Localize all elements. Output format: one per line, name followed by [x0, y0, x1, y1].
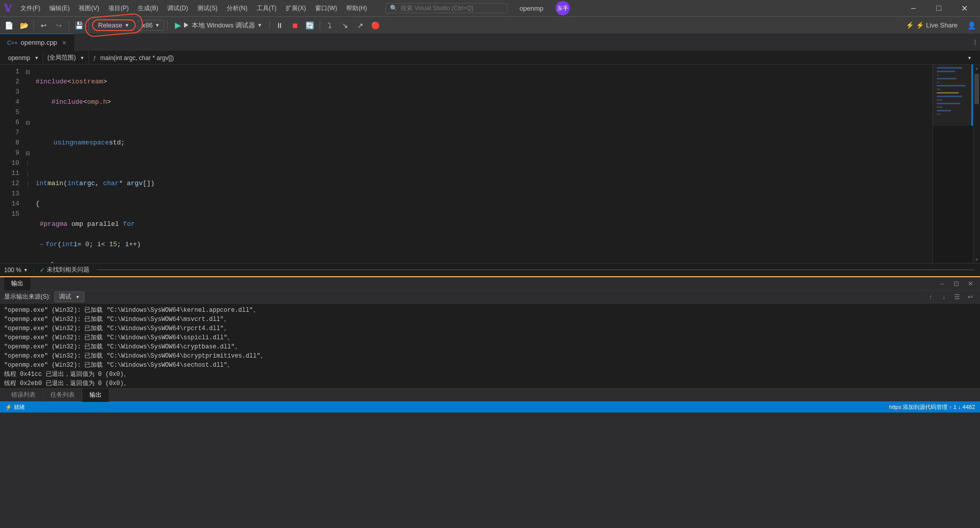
save-button[interactable]: 💾 — [72, 19, 85, 32]
editor-area: 1 2 3 4 5 6 7 8 9 10 11 12 13 14 15 ⊟ ⊟ … — [0, 65, 980, 263]
release-chevron-icon: ▼ — [125, 22, 130, 28]
account-icon[interactable]: 👤 — [965, 19, 978, 32]
scroll-thumb[interactable] — [974, 74, 979, 104]
menu-edit[interactable]: 编辑(E) — [45, 2, 74, 15]
tab-output[interactable]: 输出 — [82, 389, 109, 402]
step-into-button[interactable]: ↘ — [339, 19, 352, 32]
menu-window[interactable]: 窗口(W) — [311, 2, 341, 15]
output-wrap-button[interactable]: ↩ — [965, 291, 976, 303]
run-button[interactable]: ▶ ▶ 本地 Windows 调试器 ▼ — [171, 19, 266, 31]
status-ok-badge: ✓ 未找到相关问题 — [40, 266, 89, 274]
output-line: "openmp.exe" (Win32): 已加载 "C:\Windows\Sy… — [4, 342, 976, 351]
release-label: Release — [98, 21, 122, 29]
output-source-dropdown[interactable]: 调试 ▼ — [54, 291, 84, 302]
stop-button[interactable]: ⏹ — [288, 19, 301, 32]
window-controls: – □ ✕ — [902, 0, 976, 16]
breakpoint-button[interactable]: 🔴 — [369, 19, 382, 32]
panel-float-button[interactable]: ⊡ — [951, 278, 962, 289]
output-line: "openmp.exe" (Win32): 已加载 "C:\Windows\Sy… — [4, 351, 976, 361]
tab-bar: C++ openmp.cpp × ⟨ — [0, 34, 980, 51]
function-icon: ƒ — [93, 55, 96, 61]
minimize-button[interactable]: – — [902, 0, 925, 16]
output-clear-button[interactable]: ☰ — [952, 291, 963, 303]
separator-4 — [167, 20, 168, 31]
output-line: "openmp.exe" (Win32): 已加载 "C:\Windows\Sy… — [4, 333, 976, 342]
menu-analyze[interactable]: 分析(N) — [223, 2, 252, 15]
tab-close-icon[interactable]: × — [62, 39, 66, 47]
toolbar: 📄 📂 ↩ ↪ 💾 Release ▼ x86 ▼ ▶ ▶ 本地 Windows… — [0, 16, 980, 34]
menu-bar: 文件(F) 编辑(E) 视图(V) 项目(P) 生成(B) 调试(D) 测试(S… — [16, 2, 371, 15]
step-over-button[interactable]: ⤵ — [323, 19, 336, 32]
menu-view[interactable]: 视图(V) — [75, 2, 103, 15]
project-nav-chevron-icon: ▼ — [34, 55, 39, 61]
release-dropdown[interactable]: Release ▼ — [92, 19, 136, 31]
code-line-7: { — [36, 199, 928, 209]
output-tab[interactable]: 输出 — [4, 277, 31, 290]
pause-button[interactable]: ⏸ — [273, 19, 286, 32]
editor-scrollbar[interactable]: ▲ ▼ — [973, 65, 980, 263]
tab-tasks[interactable]: 任务列表 — [43, 389, 82, 402]
menu-tools[interactable]: 工具(T) — [253, 2, 281, 15]
redo-button[interactable]: ↪ — [52, 19, 66, 32]
panel-minimize-button[interactable]: – — [936, 278, 947, 289]
scroll-down-button[interactable]: ▼ — [975, 256, 979, 263]
code-line-10: { — [36, 260, 928, 263]
code-navbar: openmp ▼ (全局范围) ▼ ƒ main(int argc, char … — [0, 51, 980, 65]
project-dropdown[interactable]: openmp ▼ — [4, 51, 43, 65]
output-line: "openmp.exe" (Win32): 已加载 "C:\Windows\Sy… — [4, 324, 976, 333]
live-share-button[interactable]: ⚡ ⚡ Live Share — [901, 19, 963, 31]
tab-label: openmp.cpp — [21, 39, 57, 46]
separator — [97, 270, 974, 270]
menu-file[interactable]: 文件(F) — [16, 2, 44, 15]
function-dropdown[interactable]: ƒ main(int argc, char * argv[]) ▼ — [89, 51, 976, 65]
fold-1[interactable]: ⊟ — [23, 67, 32, 77]
scope-nav-label: (全局范围) — [47, 53, 76, 62]
menu-project[interactable]: 项目(P) — [104, 2, 133, 15]
undo-button[interactable]: ↩ — [37, 19, 50, 32]
zoom-label: 100 % — [4, 267, 21, 274]
file-icon: C++ — [7, 40, 18, 46]
output-scroll-down-button[interactable]: ↓ — [938, 291, 950, 303]
play-icon: ▶ — [175, 20, 181, 30]
ready-status: ⚡ 就绪 — [5, 403, 25, 411]
scope-dropdown[interactable]: (全局范围) ▼ — [43, 51, 89, 65]
zoom-control[interactable]: 100 % ▼ — [4, 267, 28, 274]
menu-build[interactable]: 生成(B) — [134, 2, 162, 15]
menu-help[interactable]: 帮助(H) — [342, 2, 371, 15]
code-line-9: –for (int i = 0; i < 15; i++) — [36, 240, 928, 250]
fold-9[interactable]: ⊟ — [23, 148, 32, 158]
restart-button[interactable]: 🔄 — [303, 19, 317, 32]
output-line: "openmp.exe" (Win32): 已加载 "C:\Windows\Sy… — [4, 315, 976, 324]
step-out-button[interactable]: ↗ — [354, 19, 367, 32]
tab-errors[interactable]: 错误列表 — [4, 389, 43, 402]
run-label: ▶ 本地 Windows 调试器 — [183, 21, 255, 30]
output-scroll-up-button[interactable]: ↑ — [925, 291, 936, 303]
minimap-accent — [971, 65, 973, 126]
tab-openmp-cpp[interactable]: C++ openmp.cpp × — [0, 34, 74, 51]
fold-6[interactable]: ⊟ — [23, 118, 32, 128]
search-input[interactable] — [401, 5, 503, 12]
output-line: "openmp.exe" (Win32): 已加载 "C:\Windows\Sy… — [4, 306, 976, 315]
panel-controls: – ⊡ ✕ — [936, 278, 976, 289]
new-file-button[interactable]: 📄 — [2, 19, 15, 32]
scroll-up-button[interactable]: ▲ — [975, 65, 979, 72]
scroll-track[interactable] — [973, 72, 980, 256]
code-editor[interactable]: #include <iostream> #include <omp.h> usi… — [32, 65, 932, 263]
restore-button[interactable]: □ — [927, 0, 951, 16]
menu-debug[interactable]: 调试(D) — [163, 2, 192, 15]
menu-extensions[interactable]: 扩展(X) — [282, 2, 310, 15]
menu-test[interactable]: 测试(S) — [193, 2, 222, 15]
open-button[interactable]: 📂 — [17, 19, 30, 32]
separator-1 — [34, 20, 34, 31]
check-icon: ✓ — [40, 267, 45, 274]
code-line-4: using namespace std; — [36, 138, 928, 148]
separator-5 — [269, 20, 270, 31]
platform-dropdown[interactable]: x86 ▼ — [138, 20, 165, 31]
final-status-bar: ⚡ 就绪 https 添加到源代码管理 ↑ 1 ↓ 4482 — [0, 401, 980, 413]
close-button[interactable]: ✕ — [953, 0, 976, 16]
git-status[interactable]: https 添加到源代码管理 ↑ 1 ↓ 4482 — [889, 403, 975, 411]
separator-6 — [320, 20, 320, 31]
panel-close-button[interactable]: ✕ — [965, 278, 976, 289]
function-nav-label: main(int argc, char * argv[]) — [100, 54, 174, 62]
tab-pin: ⟨ — [970, 34, 980, 51]
